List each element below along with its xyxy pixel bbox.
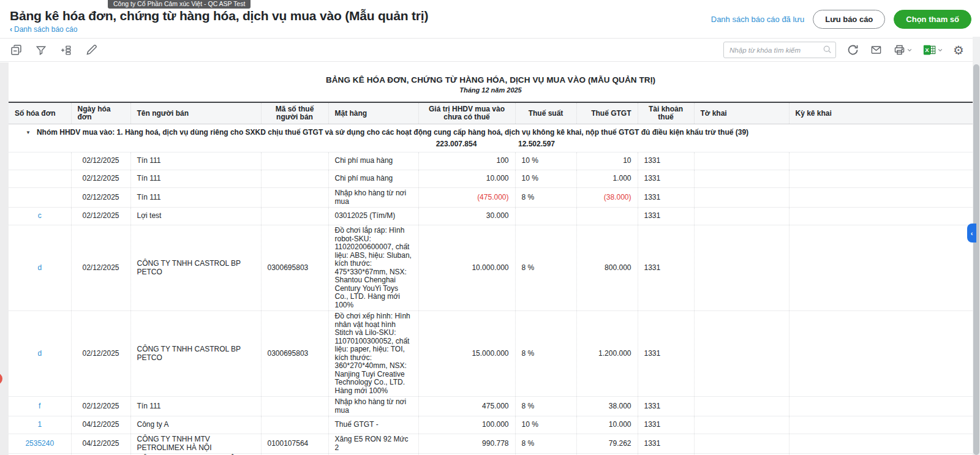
- add-column-icon[interactable]: [59, 44, 73, 56]
- cell-so_hoa_don: [9, 188, 71, 208]
- cell-ten_nguoi_ban: Tín 111: [130, 188, 261, 208]
- column-header-mat_hang[interactable]: Mặt hàng: [328, 102, 418, 124]
- cell-mat_hang: Đồ chơi xếp hình: Hình nhân vật hoạt hìn…: [328, 311, 418, 397]
- cell-thue_gtgt: [576, 208, 638, 225]
- cell-thue_gtgt: 1.000: [576, 170, 638, 188]
- cell-thue_suat: 8 %: [515, 311, 576, 397]
- column-header-to_khai[interactable]: Tờ khai: [694, 102, 789, 124]
- cell-mat_hang: 03012025 (Tím/M): [328, 208, 418, 225]
- collapse-groups-icon[interactable]: [10, 43, 23, 56]
- cell-mat_hang: Nhập kho hàng từ nơi mua: [328, 397, 418, 416]
- refresh-icon[interactable]: [846, 43, 859, 56]
- column-header-ngay_hoa_don[interactable]: Ngày hóa đơn: [71, 102, 130, 124]
- column-header-ky_ke_khai[interactable]: Kỳ kê khai: [789, 102, 973, 124]
- cell-so_hoa_don[interactable]: c: [9, 208, 71, 225]
- header-row: Số hóa đơnNgày hóa đơnTên người bánMã số…: [9, 102, 973, 124]
- scrollbar-thumb[interactable]: [973, 64, 979, 455]
- cell-thue_gtgt: 38.000: [576, 397, 638, 416]
- invoice-number-link[interactable]: d: [37, 263, 42, 272]
- column-header-tai_khoan_thue[interactable]: Tài khoản thuế: [638, 102, 694, 124]
- print-icon[interactable]: [893, 43, 912, 56]
- invoice-number-link[interactable]: 2535240: [25, 439, 54, 448]
- cell-so_hoa_don[interactable]: d: [9, 311, 71, 397]
- group-label: Nhóm HHDV mua vào: 1. Hàng hoá, dịch vụ …: [37, 128, 748, 137]
- report-area: BẢNG KÊ HÓA ĐƠN, CHỨNG TỪ HÀNG HÓA, DỊCH…: [9, 62, 973, 455]
- cell-ngay_hoa_don: 02/12/2025: [71, 188, 130, 208]
- cell-ma_so_thue: [261, 170, 328, 188]
- cell-gia_tri: (475.000): [418, 188, 515, 208]
- cell-ten_nguoi_ban: Tín 111: [130, 152, 261, 170]
- cell-ky_ke_khai: [789, 225, 973, 311]
- collapse-panel-tab[interactable]: ‹: [967, 224, 976, 243]
- invoice-number-link[interactable]: f: [39, 402, 40, 410]
- cell-thue_gtgt: 79.262: [576, 434, 638, 454]
- cell-ky_ke_khai: [789, 152, 973, 170]
- export-excel-icon[interactable]: X: [922, 43, 943, 56]
- cell-ma_so_thue: 0300695803: [261, 225, 328, 311]
- cell-ten_nguoi_ban: CÔNG TY TNHH CASTROL BP PETCO: [130, 225, 261, 311]
- cell-ma_so_thue: [261, 416, 328, 434]
- choose-params-button[interactable]: Chọn tham số: [894, 10, 971, 29]
- cell-tai_khoan_thue: 1331: [638, 208, 694, 225]
- toolbar: X ⚙: [0, 38, 980, 62]
- group-caret-icon[interactable]: ▼: [26, 130, 31, 135]
- email-icon[interactable]: [870, 44, 883, 56]
- cell-thue_suat: 10 %: [515, 416, 576, 434]
- cell-ky_ke_khai: [789, 311, 973, 397]
- cell-gia_tri: 100.000: [418, 416, 515, 434]
- search-input[interactable]: [723, 42, 836, 58]
- group-total-tax: 12.502.597: [488, 140, 586, 149]
- column-header-thue_gtgt[interactable]: Thuế GTGT: [576, 102, 638, 124]
- edit-icon[interactable]: [85, 43, 98, 56]
- invoice-number-link[interactable]: d: [37, 349, 42, 358]
- chevron-down-icon: [907, 48, 912, 52]
- cell-so_hoa_don[interactable]: 2535240: [9, 434, 71, 454]
- column-header-thue_suat[interactable]: Thuế suất: [515, 102, 576, 124]
- cell-gia_tri: 10.000.000: [418, 225, 515, 311]
- table-row: 02/12/2025Tín 111Chi phí mua hàng10010 %…: [9, 152, 973, 170]
- cell-mat_hang: Nhập kho hàng từ nơi mua: [328, 188, 418, 208]
- cell-so_hoa_don[interactable]: d: [9, 225, 71, 311]
- cell-ten_nguoi_ban: Công ty A: [130, 416, 261, 434]
- cell-mat_hang: Chi phí mua hàng: [328, 170, 418, 188]
- cell-thue_gtgt: 10.000: [576, 416, 638, 434]
- column-header-so_hoa_don[interactable]: Số hóa đơn: [9, 102, 71, 124]
- settings-gear-icon[interactable]: ⚙: [953, 44, 964, 56]
- cell-ten_nguoi_ban: CÔNG TY TNHH CASTROL BP PETCO: [130, 311, 261, 397]
- cell-to_khai: [694, 152, 789, 170]
- column-header-gia_tri[interactable]: Giá trị HHDV mua vào chưa có thuế: [418, 102, 515, 124]
- cell-ten_nguoi_ban: Tín 111: [130, 170, 261, 188]
- cell-ma_so_thue: [261, 397, 328, 416]
- cell-mat_hang: Xăng E5 RON 92 Mức 2: [328, 434, 418, 454]
- cell-ngay_hoa_don: 04/12/2025: [71, 416, 130, 434]
- cell-tai_khoan_thue: 1331: [638, 170, 694, 188]
- cell-thue_gtgt: 1.200.000: [576, 311, 638, 397]
- chevron-left-icon: ‹: [971, 230, 973, 237]
- filter-icon[interactable]: [35, 44, 47, 56]
- cell-tai_khoan_thue: 1331: [638, 434, 694, 454]
- back-to-report-list-link[interactable]: ‹Danh sách báo cáo: [10, 25, 77, 34]
- cell-ky_ke_khai: [789, 434, 973, 454]
- cell-so_hoa_don[interactable]: 1: [9, 416, 71, 434]
- cell-ma_so_thue: 0100107564: [261, 434, 328, 454]
- report-title: BẢNG KÊ HÓA ĐƠN, CHỨNG TỪ HÀNG HÓA, DỊCH…: [9, 75, 973, 85]
- save-report-button[interactable]: Lưu báo cáo: [813, 10, 885, 29]
- chevron-left-icon: ‹: [10, 25, 12, 34]
- cell-thue_suat: 8 %: [515, 188, 576, 208]
- left-gutter: [0, 62, 9, 455]
- cell-ten_nguoi_ban: Lợi test: [130, 208, 261, 225]
- invoice-number-link[interactable]: c: [38, 211, 42, 220]
- saved-reports-link[interactable]: Danh sách báo cáo đã lưu: [711, 15, 805, 24]
- column-header-ma_so_thue[interactable]: Mã số thuế người bán: [261, 102, 328, 124]
- table-row: d02/12/2025CÔNG TY TNHH CASTROL BP PETCO…: [9, 225, 973, 311]
- column-header-ten_nguoi_ban[interactable]: Tên người bán: [130, 102, 261, 124]
- cell-tai_khoan_thue: 1331: [638, 397, 694, 416]
- vertical-scrollbar[interactable]: [973, 37, 980, 455]
- cell-ky_ke_khai: [789, 188, 973, 208]
- cell-mat_hang: Chi phí mua hàng: [328, 152, 418, 170]
- table-row: 02/12/2025Tín 111Nhập kho hàng từ nơi mu…: [9, 188, 973, 208]
- cell-so_hoa_don[interactable]: f: [9, 397, 71, 416]
- invoice-number-link[interactable]: 1: [37, 420, 42, 429]
- cell-to_khai: [694, 311, 789, 397]
- cell-to_khai: [694, 397, 789, 416]
